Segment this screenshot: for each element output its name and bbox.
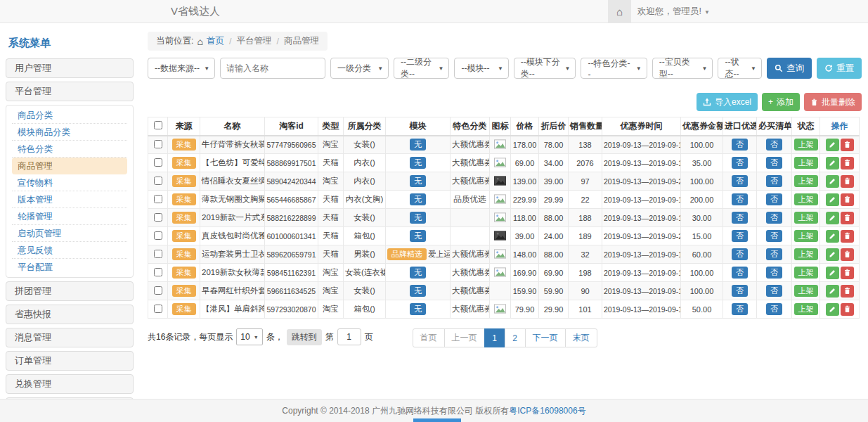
import-select-badge[interactable]: 否 [732, 285, 748, 297]
filter-select-2[interactable]: --二级分类--▼ [394, 58, 449, 79]
edit-button[interactable] [826, 175, 839, 188]
search-button[interactable]: 查询 [767, 58, 812, 79]
import-excel-button[interactable]: 导入excel [697, 93, 758, 111]
pager-button-上一页[interactable]: 上一页 [444, 328, 485, 347]
delete-button[interactable] [841, 139, 854, 151]
row-checkbox[interactable] [154, 268, 162, 276]
select-all-checkbox[interactable] [154, 121, 162, 129]
per-page-select[interactable]: 10▼ [236, 328, 262, 345]
edit-button[interactable] [826, 157, 839, 170]
import-select-badge[interactable]: 否 [732, 267, 748, 279]
home-button[interactable]: ⌂ [608, 0, 631, 23]
status-badge[interactable]: 上架 [794, 175, 818, 187]
must-buy-badge[interactable]: 否 [766, 175, 782, 187]
breadcrumb-home-link[interactable]: 首页 [207, 35, 224, 47]
filter-select-5[interactable]: --特色分类--▼ [581, 58, 647, 79]
must-buy-badge[interactable]: 否 [766, 285, 782, 297]
import-select-badge[interactable]: 否 [732, 175, 748, 187]
must-buy-badge[interactable]: 否 [766, 230, 782, 242]
import-select-badge[interactable]: 否 [732, 157, 748, 169]
user-menu[interactable]: 欢迎您，管理员!▼ [637, 6, 710, 18]
import-select-badge[interactable]: 否 [732, 230, 748, 242]
pager-button-2[interactable]: 2 [505, 328, 526, 347]
import-select-badge[interactable]: 否 [732, 193, 748, 205]
add-button[interactable]: +添加 [762, 93, 800, 111]
edit-button[interactable] [826, 248, 839, 261]
must-buy-badge[interactable]: 否 [766, 157, 782, 169]
module-badge[interactable]: 无 [410, 267, 426, 279]
status-badge[interactable]: 上架 [794, 303, 818, 315]
edit-button[interactable] [826, 212, 839, 224]
module-badge[interactable]: 无 [410, 175, 426, 187]
must-buy-badge[interactable]: 否 [766, 303, 782, 315]
must-buy-badge[interactable]: 否 [766, 212, 782, 224]
import-select-badge[interactable]: 否 [732, 248, 748, 260]
sidebar-group-平台管理[interactable]: 平台管理 [6, 82, 134, 101]
delete-button[interactable] [841, 175, 854, 188]
filter-select-1[interactable]: 一级分类▼ [330, 58, 389, 79]
status-badge[interactable]: 上架 [794, 157, 818, 169]
module-badge[interactable]: 无 [410, 157, 426, 169]
sidebar-item-版本管理[interactable]: 版本管理 [12, 191, 127, 208]
delete-button[interactable] [841, 248, 854, 261]
status-badge[interactable]: 上架 [794, 212, 818, 224]
row-checkbox[interactable] [154, 140, 162, 148]
module-badge[interactable]: 无 [410, 285, 426, 297]
delete-button[interactable] [841, 193, 854, 206]
sidebar-item-特色分类[interactable]: 特色分类 [12, 141, 127, 158]
module-badge[interactable]: 品牌精选 [387, 248, 427, 260]
sidebar-group-省惠快报[interactable]: 省惠快报 [6, 305, 134, 324]
delete-button[interactable] [841, 212, 854, 224]
pager-button-首页[interactable]: 首页 [413, 328, 445, 347]
name-search-input[interactable] [220, 58, 325, 79]
status-badge[interactable]: 上架 [794, 285, 818, 297]
row-checkbox[interactable] [154, 158, 162, 167]
row-checkbox[interactable] [154, 286, 162, 295]
sidebar-group-拼团管理[interactable]: 拼团管理 [6, 281, 134, 301]
status-badge[interactable]: 上架 [794, 193, 818, 205]
must-buy-badge[interactable]: 否 [766, 248, 782, 260]
jump-page-input[interactable] [337, 328, 361, 345]
delete-button[interactable] [841, 230, 854, 243]
delete-button[interactable] [841, 157, 854, 170]
must-buy-badge[interactable]: 否 [766, 267, 782, 279]
edit-button[interactable] [826, 303, 839, 316]
row-checkbox[interactable] [154, 177, 162, 185]
must-buy-badge[interactable]: 否 [766, 193, 782, 205]
sidebar-item-商品分类[interactable]: 商品分类 [12, 107, 127, 124]
edit-button[interactable] [826, 285, 839, 298]
row-checkbox[interactable] [154, 195, 162, 203]
jump-to-button[interactable]: 跳转到 [287, 329, 322, 345]
module-badge[interactable]: 无 [410, 139, 426, 151]
sidebar-item-商品管理[interactable]: 商品管理 [12, 158, 127, 174]
filter-select-7[interactable]: --状态--▼ [718, 58, 762, 79]
edit-button[interactable] [826, 139, 839, 151]
status-badge[interactable]: 上架 [794, 267, 818, 279]
filter-select-4[interactable]: --模块下分类--▼ [514, 58, 576, 79]
sidebar-item-意见反馈[interactable]: 意见反馈 [12, 242, 127, 259]
pager-button-1[interactable]: 1 [484, 328, 505, 347]
sidebar-group-用户管理[interactable]: 用户管理 [6, 58, 134, 78]
batch-delete-button[interactable]: 批量删除 [804, 93, 862, 111]
pager-button-末页[interactable]: 末页 [565, 328, 597, 347]
import-select-badge[interactable]: 否 [732, 212, 748, 224]
edit-button[interactable] [826, 193, 839, 206]
sidebar-group-消息管理[interactable]: 消息管理 [6, 328, 134, 347]
icp-link[interactable]: 粤ICP备16098006号 [509, 405, 585, 417]
module-badge[interactable]: 无 [410, 193, 426, 205]
filter-select-6[interactable]: --宝贝类型--▼ [652, 58, 713, 79]
sidebar-item-宣传物料[interactable]: 宣传物料 [12, 174, 127, 191]
module-badge[interactable]: 无 [410, 303, 426, 315]
sidebar-item-启动页管理[interactable]: 启动页管理 [12, 225, 127, 242]
delete-button[interactable] [841, 267, 854, 279]
delete-button[interactable] [841, 303, 854, 316]
sidebar-item-轮播管理[interactable]: 轮播管理 [12, 208, 127, 225]
import-select-badge[interactable]: 否 [732, 303, 748, 315]
reset-button[interactable]: 重置 [817, 58, 862, 79]
module-badge[interactable]: 无 [410, 230, 426, 242]
sidebar-group-订单管理[interactable]: 订单管理 [6, 351, 134, 371]
row-checkbox[interactable] [154, 250, 162, 258]
status-badge[interactable]: 上架 [794, 248, 818, 260]
row-checkbox[interactable] [154, 231, 162, 240]
row-checkbox[interactable] [154, 213, 162, 222]
